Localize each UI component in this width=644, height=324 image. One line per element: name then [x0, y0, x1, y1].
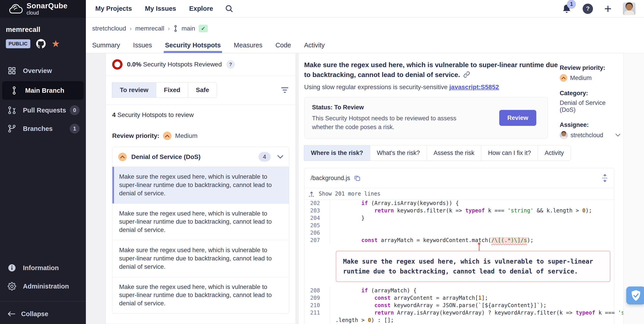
add-icon[interactable]: + — [604, 4, 612, 13]
sidebar-item-main-branch[interactable]: Main Branch — [2, 81, 84, 100]
code-line[interactable]: 204 } — [304, 214, 614, 222]
category-group-header[interactable]: Denial of Service (DoS) 4 — [112, 147, 289, 167]
code-line[interactable]: 203 return keywords.filter(k => typeof k… — [304, 207, 614, 214]
line-number[interactable]: 203 — [304, 207, 330, 214]
status-description: This Security Hotspot needs to be review… — [312, 114, 460, 132]
breadcrumb-org[interactable]: stretchcloud — [92, 25, 126, 32]
security-assistant-widget[interactable] — [626, 287, 644, 305]
file-path[interactable]: /background.js — [311, 175, 350, 182]
show-more-lines-top[interactable]: Show 201 more lines — [304, 188, 614, 200]
hotspot-title: Make sure the regex used here, which is … — [304, 60, 560, 79]
sidebar-item-pull-requests[interactable]: Pull Requests 0 — [0, 101, 86, 119]
help-icon[interactable]: ? — [583, 3, 593, 14]
code-text: const arrayContent = arrayMatch[1]; — [330, 294, 488, 302]
code-line[interactable]: 206 — [304, 229, 614, 237]
permalink-icon[interactable] — [463, 71, 470, 78]
sidebar-item-overview[interactable]: Overview — [0, 61, 86, 80]
review-priority-label: Review priority: — [112, 132, 159, 139]
hotspot-list-item[interactable]: Make sure the regex used here, which is … — [112, 203, 289, 240]
pull-requests-count-badge: 0 — [70, 105, 80, 115]
notification-count-badge: 1 — [567, 0, 576, 9]
line-number[interactable]: 207 — [304, 237, 330, 244]
breadcrumb-branch[interactable]: main — [182, 25, 195, 32]
line-number[interactable]: 209 — [304, 294, 330, 302]
sidebar-divider — [0, 301, 86, 302]
sidebar-item-information[interactable]: Information — [0, 259, 86, 277]
code-line[interactable]: 211 return Array.isArray(keywordArray) ?… — [304, 309, 614, 324]
project-tab[interactable]: Issues — [133, 37, 152, 53]
reviewed-ring-indicator — [112, 59, 122, 70]
line-number[interactable]: 211 — [304, 309, 330, 324]
project-tab[interactable]: Activity — [304, 37, 325, 53]
issue-connector-line — [479, 245, 480, 251]
notifications-bell-icon[interactable]: 1 — [562, 4, 572, 14]
code-text: if (Array.isArray(keywords)) { — [330, 200, 459, 207]
code-line[interactable]: 207 const arrayMatch = keywordContent.ma… — [304, 237, 614, 244]
project-tab[interactable]: Summary — [92, 37, 120, 53]
code-line[interactable]: 210 const keywordArray = JSON.parse(`[${… — [304, 302, 614, 309]
rule-link[interactable]: javascript:S5852 — [449, 83, 499, 90]
branch-icon — [10, 86, 19, 95]
risk-tab[interactable]: How can I fix it? — [481, 145, 538, 161]
status-filter-button[interactable]: Safe — [188, 82, 217, 98]
chevron-down-icon — [278, 155, 283, 159]
filter-icon[interactable] — [280, 86, 289, 94]
status-filter-button[interactable]: Fixed — [156, 82, 188, 98]
user-avatar[interactable] — [623, 2, 636, 15]
favorite-star-icon[interactable]: ★ — [52, 39, 60, 48]
risk-tab[interactable]: Where is the risk? — [304, 145, 370, 161]
status-filter-button[interactable]: To review — [112, 82, 156, 98]
line-number[interactable]: 206 — [304, 229, 330, 237]
breadcrumb: stretchcloud › memrecall › main ✓ — [86, 17, 644, 32]
brand-sub: cloud — [26, 10, 68, 15]
code-line[interactable]: 202 if (Array.isArray(keywords)) { — [304, 200, 614, 207]
branches-icon — [7, 124, 17, 133]
help-icon[interactable]: ? — [226, 60, 235, 69]
branches-count-badge: 1 — [70, 124, 80, 134]
priority-label: Review priority: — [560, 64, 620, 71]
project-tab[interactable]: Code — [275, 37, 291, 53]
risk-tab[interactable]: What's the risk? — [370, 145, 427, 161]
status-filter-group: To reviewFixedSafe — [112, 82, 217, 98]
review-button[interactable]: Review — [499, 110, 536, 126]
sidebar-collapse-button[interactable]: Collapse — [0, 304, 86, 324]
line-number[interactable]: 202 — [304, 200, 330, 207]
top-nav-link[interactable]: Explore — [189, 5, 213, 12]
copy-icon[interactable] — [354, 175, 360, 181]
hotspot-detail-panel: Make sure the regex used here, which is … — [299, 53, 623, 324]
search-icon[interactable] — [225, 4, 234, 13]
branch-icon — [173, 25, 178, 32]
risk-tab[interactable]: Assess the risk — [427, 145, 482, 161]
risk-tab[interactable]: Activity — [538, 145, 571, 161]
hotspot-list-item[interactable]: Make sure the regex used here, which is … — [112, 240, 289, 277]
code-text: } — [330, 214, 364, 222]
rule-description: Using slow regular expressions is securi… — [304, 83, 449, 90]
line-number[interactable]: 205 — [304, 222, 330, 229]
sidebar-item-administration[interactable]: Administration — [0, 277, 86, 296]
top-nav-link[interactable]: My Issues — [145, 5, 176, 12]
scrollbar-gutter[interactable] — [623, 53, 644, 324]
medium-priority-icon — [118, 153, 127, 161]
code-line[interactable]: 209 const arrayContent = arrayMatch[1]; — [304, 294, 614, 302]
hotspot-list-item[interactable]: Make sure the regex used here, which is … — [112, 167, 289, 203]
expand-vertical-icon[interactable] — [602, 174, 608, 182]
cloud-logo-icon — [9, 3, 23, 14]
code-text: return Array.isArray(keywordArray) ? key… — [330, 309, 644, 324]
breadcrumb-project[interactable]: memrecall — [135, 25, 164, 32]
sonarqube-logo[interactable]: SonarQube cloud — [0, 0, 86, 17]
sidebar-item-branches[interactable]: Branches 1 — [0, 119, 86, 138]
project-tab[interactable]: Measures — [234, 37, 262, 53]
code-line[interactable]: 205 — [304, 222, 614, 229]
assignee-select[interactable]: stretchcloud — [560, 131, 620, 139]
category-count-badge: 4 — [258, 152, 271, 162]
hotspots-list-panel: 0.0% Security Hotspots Reviewed ? To rev… — [106, 53, 296, 324]
arrow-left-icon — [7, 311, 16, 317]
line-number[interactable]: 210 — [304, 302, 330, 309]
project-tab[interactable]: Security Hotspots — [165, 37, 221, 53]
line-number[interactable]: 204 — [304, 214, 330, 222]
github-icon[interactable] — [36, 39, 46, 48]
top-nav-link[interactable]: My Projects — [95, 5, 132, 12]
code-line[interactable]: 208 if (arrayMatch) { — [304, 287, 614, 294]
line-number[interactable]: 208 — [304, 287, 330, 294]
hotspot-list-item[interactable]: Make sure the regex used here, which is … — [112, 277, 289, 314]
